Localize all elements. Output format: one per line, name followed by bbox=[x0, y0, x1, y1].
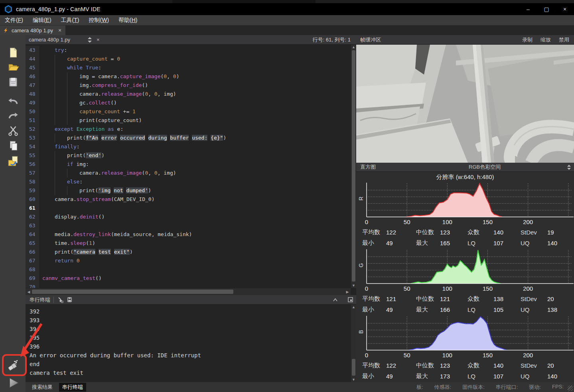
histogram-charts: R050100150200平均数122中位数123众数140StDev19最小4… bbox=[356, 182, 574, 382]
terminal-scrollbar[interactable]: ▲ ▼ bbox=[351, 305, 356, 382]
camera-frame bbox=[356, 45, 574, 163]
bottom-tab-active[interactable]: 串行终端 bbox=[59, 383, 86, 392]
x-tick-label: 0 bbox=[365, 352, 368, 359]
histogram-channel-B: B050100150200平均数122中位数123众数140StDev20最小4… bbox=[356, 315, 574, 382]
tab-close-icon[interactable]: × bbox=[58, 27, 61, 33]
stat-value: 121 bbox=[386, 295, 416, 302]
frame-buffer-button[interactable]: 缩放 bbox=[540, 36, 551, 43]
menu-item[interactable]: 文件(F) bbox=[0, 16, 28, 25]
x-tick-label: 100 bbox=[442, 352, 452, 359]
save-button[interactable] bbox=[6, 76, 20, 89]
stat-value: 20 bbox=[547, 362, 554, 369]
code-line: 66print("camera test exit") bbox=[26, 248, 351, 256]
detach-panel-icon[interactable] bbox=[348, 297, 353, 302]
stat-label: 最大 bbox=[416, 239, 440, 247]
paste-button[interactable] bbox=[6, 155, 20, 168]
stat-label: 最大 bbox=[416, 372, 440, 380]
code-line: 57camera.release_image(0, 0, img) bbox=[26, 169, 351, 177]
redo-button[interactable] bbox=[6, 109, 20, 123]
x-tick-label: 50 bbox=[404, 219, 410, 225]
line-number: 48 bbox=[26, 90, 40, 98]
frame-buffer-button[interactable]: 禁用 bbox=[559, 36, 569, 43]
stats-row: 最小49最大165LQ107UQ140 bbox=[356, 238, 574, 248]
background-strip bbox=[0, 0, 574, 3]
cut-button[interactable] bbox=[6, 124, 20, 138]
frame-buffer-title: 帧缓冲区 bbox=[356, 36, 381, 43]
stat-value: 49 bbox=[386, 306, 416, 313]
stats-row: 最小49最大166LQ105UQ138 bbox=[356, 304, 574, 315]
line-number: 57 bbox=[26, 169, 40, 177]
line-number: 45 bbox=[26, 63, 40, 72]
stat-value: 140 bbox=[493, 362, 521, 369]
frame-buffer-button[interactable]: 录制 bbox=[522, 36, 533, 43]
copy-button[interactable] bbox=[6, 140, 20, 153]
x-tick-label: 200 bbox=[523, 352, 533, 359]
channel-axis-label: B bbox=[358, 328, 364, 336]
menu-item[interactable]: 工具(T) bbox=[56, 16, 84, 25]
line-number: 60 bbox=[26, 195, 40, 204]
code-area[interactable]: 43try:44capture_count = 045while True:46… bbox=[26, 45, 351, 288]
stat-value: 107 bbox=[493, 240, 521, 246]
clear-terminal-icon[interactable] bbox=[57, 297, 63, 303]
stat-label: 中位数 bbox=[416, 295, 440, 303]
line-number: 59 bbox=[26, 186, 40, 195]
stat-value: 138 bbox=[493, 295, 521, 302]
code-line: 50capture_count += 1 bbox=[26, 107, 351, 116]
x-tick-label: 100 bbox=[442, 285, 452, 292]
connect-button[interactable] bbox=[6, 356, 20, 375]
code-line: 53print(f"An error occurred during buffe… bbox=[26, 134, 351, 142]
editor-vertical-scrollbar[interactable]: ▲ ▼ bbox=[351, 45, 356, 288]
editor-close-icon[interactable]: × bbox=[97, 37, 100, 43]
canmv-ide-window: camera_480p_1.py - CanMV IDE – ▢ × 文件(F)… bbox=[0, 0, 574, 392]
tab-camera-480p-1-py[interactable]: camera 480p 1.py × bbox=[0, 26, 65, 35]
resolution-label: 分辨率 (w:640, h:480) bbox=[356, 172, 574, 182]
stat-label: StDev bbox=[521, 295, 547, 302]
open-folder-icon bbox=[7, 61, 19, 73]
menu-item[interactable]: 编辑(E) bbox=[28, 16, 56, 25]
serial-terminal-panel: 串行终端 392393394395396An error occurred du… bbox=[26, 295, 356, 382]
code-line: 65time.sleep(1) bbox=[26, 239, 351, 248]
histogram-plot bbox=[356, 182, 574, 219]
colorspace-dropdown[interactable]: RGB色彩空间 bbox=[469, 163, 501, 171]
terminal-line: end bbox=[30, 360, 351, 368]
stat-label: 最大 bbox=[416, 306, 440, 313]
line-number: 66 bbox=[26, 248, 40, 256]
stat-value: 140 bbox=[547, 240, 557, 246]
open-file-button[interactable] bbox=[6, 61, 20, 74]
undo-icon bbox=[7, 95, 19, 107]
channel-axis-label: G bbox=[358, 261, 364, 269]
split-editor-icon[interactable] bbox=[88, 37, 92, 43]
stat-label: 众数 bbox=[467, 295, 493, 303]
menu-item[interactable]: 控制(W) bbox=[84, 16, 114, 25]
stat-label: LQ bbox=[467, 373, 493, 380]
undo-button[interactable] bbox=[6, 95, 20, 108]
save-icon bbox=[7, 76, 19, 88]
line-number: 67 bbox=[26, 256, 40, 265]
bottom-tab-inactive[interactable]: 搜索结果 bbox=[29, 383, 56, 392]
close-button[interactable]: × bbox=[556, 3, 574, 15]
colorspace-dropdown-icon[interactable] bbox=[567, 165, 571, 170]
editor-horizontal-scrollbar[interactable]: ◀ ▶ bbox=[26, 288, 351, 295]
stat-value: 49 bbox=[386, 240, 416, 246]
code-line: 46img = camera.capture_image(0, 0) bbox=[26, 72, 351, 81]
device-status-fields: 板:传感器:固件版本:串行端口:驱动:FPS: bbox=[416, 384, 574, 391]
menu-item[interactable]: 帮助(H) bbox=[114, 16, 142, 25]
maximize-button[interactable]: ▢ bbox=[537, 3, 556, 15]
stat-label: LQ bbox=[467, 240, 493, 246]
new-file-button[interactable] bbox=[6, 46, 20, 60]
play-icon bbox=[7, 377, 19, 389]
collapse-panel-icon[interactable] bbox=[333, 298, 337, 301]
x-tick-label: 200 bbox=[523, 285, 533, 292]
line-number: 50 bbox=[26, 107, 40, 116]
editor-header: camera 480p 1.py × 行号: 61, 列号: 1 bbox=[26, 35, 356, 45]
stat-label: UQ bbox=[521, 240, 547, 246]
minimize-button[interactable]: – bbox=[519, 3, 537, 15]
run-script-button[interactable] bbox=[6, 376, 20, 390]
code-line: 48camera.release_image(0, 0, img) bbox=[26, 90, 351, 98]
stat-value: 122 bbox=[386, 229, 416, 236]
terminal-output: 392393394395396An error occurred during … bbox=[26, 305, 351, 382]
resize-grip[interactable] bbox=[568, 386, 573, 391]
line-number: 61 bbox=[26, 204, 40, 213]
cut-icon bbox=[7, 125, 19, 137]
save-log-icon[interactable] bbox=[67, 297, 73, 303]
